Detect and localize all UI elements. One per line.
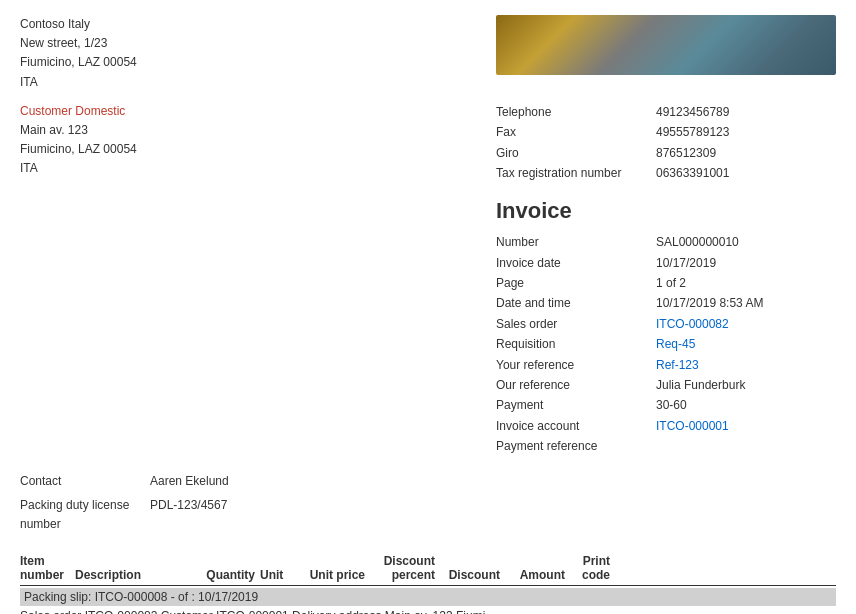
company-detail-row: Giro876512309 <box>496 143 836 163</box>
col-header-unit: Unit <box>255 568 295 582</box>
contact-section: Customer Domestic Main av. 123 Fiumicino… <box>20 102 836 457</box>
col-header-discount: Discount <box>435 568 500 582</box>
sales-order-row: Sales order ITCO-000082 Customer ITCO-00… <box>20 608 836 614</box>
invoice-field-row: Your referenceRef-123 <box>496 355 836 375</box>
company-detail-row: Tax registration number06363391001 <box>496 163 836 183</box>
invoice-field-row: Payment reference <box>496 436 836 456</box>
right-info: Telephone49123456789Fax49555789123Giro87… <box>496 102 836 457</box>
col-header-desc: Description <box>75 568 195 582</box>
detail-label: Tax registration number <box>496 163 656 183</box>
invoice-title: Invoice <box>496 198 836 224</box>
invoice-field-label: Number <box>496 232 656 252</box>
col-header-print-code: code <box>582 568 610 582</box>
invoice-field-value: 10/17/2019 <box>656 253 716 273</box>
invoice-field-label: Our reference <box>496 375 656 395</box>
invoice-field-value: Julia Funderburk <box>656 375 745 395</box>
contact-label: Contact <box>20 472 150 491</box>
company-info: Contoso Italy New street, 1/23 Fiumicino… <box>20 15 137 92</box>
detail-label: Fax <box>496 122 656 142</box>
left-contact-section: ContactAaren EkelundPacking duty license… <box>20 472 400 535</box>
col-header-qty: Quantity <box>195 568 255 582</box>
customer-domestic-link[interactable]: Customer Domestic <box>20 104 125 118</box>
invoice-field-value: 30-60 <box>656 395 687 415</box>
invoice-field-label: Payment reference <box>496 436 656 456</box>
detail-label: Giro <box>496 143 656 163</box>
company-address1: New street, 1/23 <box>20 34 137 53</box>
invoice-field-value: 10/17/2019 8:53 AM <box>656 293 763 313</box>
company-name: Contoso Italy <box>20 15 137 34</box>
invoice-field-row: Invoice accountITCO-000001 <box>496 416 836 436</box>
invoice-field-row: Sales orderITCO-000082 <box>496 314 836 334</box>
invoice-field-label: Invoice date <box>496 253 656 273</box>
invoice-field-label: Page <box>496 273 656 293</box>
slip-row: Packing slip: ITCO-000008 - of : 10/17/2… <box>20 588 836 606</box>
invoice-field-value: SAL000000010 <box>656 232 739 252</box>
invoice-field-label: Payment <box>496 395 656 415</box>
detail-value: 876512309 <box>656 143 716 163</box>
contact-row: Packing duty license numberPDL-123/4567 <box>20 496 400 534</box>
top-section: Contoso Italy New street, 1/23 Fiumicino… <box>20 15 836 92</box>
customer-country: ITA <box>20 159 137 178</box>
invoice-field-label: Date and time <box>496 293 656 313</box>
company-detail-row: Telephone49123456789 <box>496 102 836 122</box>
detail-label: Telephone <box>496 102 656 122</box>
col-header-amount: Amount <box>500 568 565 582</box>
col-header-print-label: Print <box>583 554 610 568</box>
contact-value: PDL-123/4567 <box>150 496 227 534</box>
detail-value: 06363391001 <box>656 163 729 183</box>
company-country: ITA <box>20 73 137 92</box>
invoice-field-label: Requisition <box>496 334 656 354</box>
contact-row: ContactAaren Ekelund <box>20 472 400 491</box>
contact-label: Packing duty license number <box>20 496 150 534</box>
company-detail-row: Fax49555789123 <box>496 122 836 142</box>
col-header-disc-label: Discount <box>384 554 435 568</box>
invoice-field-link[interactable]: ITCO-000082 <box>656 314 729 334</box>
invoice-field-row: Our referenceJulia Funderburk <box>496 375 836 395</box>
col-header-disc-pct: percent <box>392 568 435 582</box>
col-header-uprice: Unit price <box>295 568 365 582</box>
table-section: Item number Description Quantity Unit Un… <box>20 554 836 614</box>
invoice-field-link[interactable]: Req-45 <box>656 334 695 354</box>
invoice-field-link[interactable]: ITCO-000001 <box>656 416 729 436</box>
invoice-field-row: Invoice date10/17/2019 <box>496 253 836 273</box>
invoice-field-label: Invoice account <box>496 416 656 436</box>
contact-value: Aaren Ekelund <box>150 472 229 491</box>
customer-address2: Fiumicino, LAZ 00054 <box>20 140 137 159</box>
col-header-item: Item <box>20 554 75 568</box>
invoice-field-row: NumberSAL000000010 <box>496 232 836 252</box>
company-address2: Fiumicino, LAZ 00054 <box>20 53 137 72</box>
col-header-number: number <box>20 568 75 582</box>
customer-address1: Main av. 123 <box>20 121 137 140</box>
customer-info: Customer Domestic Main av. 123 Fiumicino… <box>20 102 137 457</box>
invoice-field-row: Page1 of 2 <box>496 273 836 293</box>
invoice-field-row: Payment30-60 <box>496 395 836 415</box>
invoice-field-label: Your reference <box>496 355 656 375</box>
invoice-field-value: 1 of 2 <box>656 273 686 293</box>
detail-value: 49555789123 <box>656 122 729 142</box>
header-image <box>496 15 836 75</box>
invoice-field-label: Sales order <box>496 314 656 334</box>
invoice-field-row: Date and time10/17/2019 8:53 AM <box>496 293 836 313</box>
invoice-field-row: RequisitionReq-45 <box>496 334 836 354</box>
detail-value: 49123456789 <box>656 102 729 122</box>
invoice-field-link[interactable]: Ref-123 <box>656 355 699 375</box>
